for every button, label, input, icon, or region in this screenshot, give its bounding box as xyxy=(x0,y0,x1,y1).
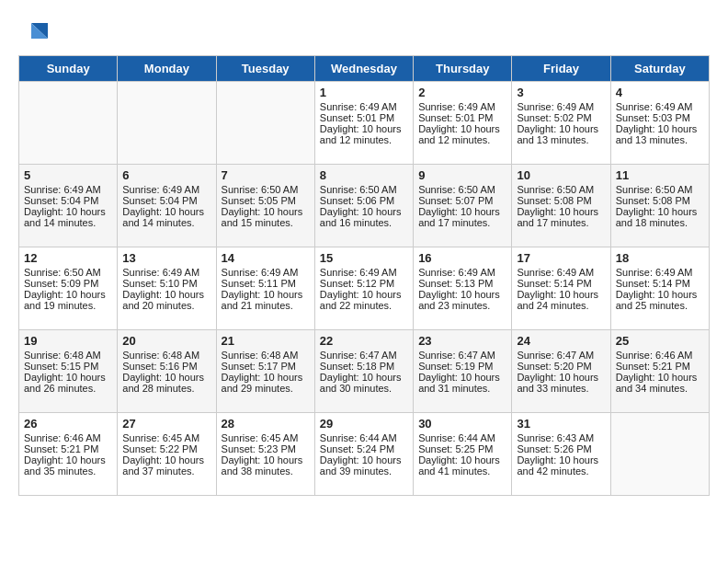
cell-content: Daylight: 10 hours xyxy=(122,206,210,217)
header-saturday: Saturday xyxy=(610,56,709,82)
cell-content: Daylight: 10 hours xyxy=(517,206,605,217)
day-number: 9 xyxy=(418,168,506,182)
cell-content: Sunset: 5:10 PM xyxy=(122,278,210,289)
cell-content: Sunset: 5:13 PM xyxy=(418,278,506,289)
cell-content: and 31 minutes. xyxy=(418,383,506,394)
cell-content: and 38 minutes. xyxy=(222,465,310,477)
day-number: 30 xyxy=(418,417,506,431)
cell-content: and 26 minutes. xyxy=(24,383,112,394)
cell-content: Sunrise: 6:49 AM xyxy=(616,267,704,278)
cell-content: Sunrise: 6:46 AM xyxy=(24,432,112,443)
cell-content: Sunset: 5:26 PM xyxy=(517,443,605,454)
cell-content: Daylight: 10 hours xyxy=(418,206,506,217)
cell-content: Sunset: 5:01 PM xyxy=(418,112,506,123)
cell-content: Sunset: 5:23 PM xyxy=(222,443,310,454)
cell-content: Sunset: 5:14 PM xyxy=(616,278,704,289)
cell-content: Sunrise: 6:49 AM xyxy=(24,184,112,195)
week-row-1: 5Sunrise: 6:49 AMSunset: 5:04 PMDaylight… xyxy=(19,165,710,247)
day-number: 12 xyxy=(24,251,112,265)
cell-content: Sunrise: 6:47 AM xyxy=(320,350,408,361)
cell-content: Sunset: 5:21 PM xyxy=(616,361,704,372)
cell-content: Sunrise: 6:50 AM xyxy=(517,184,605,195)
cell-content: Sunset: 5:07 PM xyxy=(418,195,506,206)
cell-content: and 14 minutes. xyxy=(24,217,112,228)
calendar-cell: 29Sunrise: 6:44 AMSunset: 5:24 PMDayligh… xyxy=(314,413,413,496)
day-number: 18 xyxy=(616,251,704,265)
cell-content: Sunset: 5:04 PM xyxy=(24,195,112,206)
day-number: 4 xyxy=(616,86,704,99)
cell-content: Sunset: 5:15 PM xyxy=(24,361,112,372)
cell-content: and 28 minutes. xyxy=(122,383,210,394)
calendar-table: SundayMondayTuesdayWednesdayThursdayFrid… xyxy=(18,55,710,496)
calendar-cell: 24Sunrise: 6:47 AMSunset: 5:20 PMDayligh… xyxy=(512,330,610,413)
cell-content: Sunset: 5:21 PM xyxy=(24,443,112,454)
cell-content: Daylight: 10 hours xyxy=(24,289,112,300)
cell-content: Sunset: 5:02 PM xyxy=(517,112,605,123)
day-number: 25 xyxy=(616,334,704,348)
cell-content: and 12 minutes. xyxy=(320,134,408,145)
week-row-3: 19Sunrise: 6:48 AMSunset: 5:15 PMDayligh… xyxy=(19,330,710,413)
cell-content: Daylight: 10 hours xyxy=(616,372,704,383)
cell-content: Daylight: 10 hours xyxy=(320,123,408,134)
calendar-cell: 26Sunrise: 6:46 AMSunset: 5:21 PMDayligh… xyxy=(19,413,118,496)
cell-content: Daylight: 10 hours xyxy=(24,206,112,217)
cell-content: Daylight: 10 hours xyxy=(418,454,506,465)
calendar-cell: 15Sunrise: 6:49 AMSunset: 5:12 PMDayligh… xyxy=(314,247,413,330)
cell-content: and 37 minutes. xyxy=(122,465,210,477)
cell-content: and 29 minutes. xyxy=(222,383,310,394)
calendar-cell: 8Sunrise: 6:50 AMSunset: 5:06 PMDaylight… xyxy=(314,165,413,247)
day-number: 21 xyxy=(222,334,310,348)
calendar-cell: 4Sunrise: 6:49 AMSunset: 5:03 PMDaylight… xyxy=(610,82,709,165)
cell-content: and 19 minutes. xyxy=(24,300,112,311)
cell-content: Sunset: 5:08 PM xyxy=(616,195,704,206)
calendar-cell: 11Sunrise: 6:50 AMSunset: 5:08 PMDayligh… xyxy=(610,165,709,247)
cell-content: and 30 minutes. xyxy=(320,383,408,394)
calendar-cell: 17Sunrise: 6:49 AMSunset: 5:14 PMDayligh… xyxy=(512,247,610,330)
cell-content: and 24 minutes. xyxy=(517,300,605,311)
cell-content: Sunset: 5:22 PM xyxy=(122,443,210,454)
day-number: 20 xyxy=(122,334,210,348)
cell-content: Sunset: 5:05 PM xyxy=(222,195,310,206)
cell-content: Daylight: 10 hours xyxy=(122,372,210,383)
day-number: 31 xyxy=(517,417,605,431)
cell-content: Daylight: 10 hours xyxy=(222,372,310,383)
cell-content: and 35 minutes. xyxy=(24,465,112,477)
cell-content: Sunrise: 6:49 AM xyxy=(122,184,210,195)
header-thursday: Thursday xyxy=(414,56,512,82)
day-number: 10 xyxy=(517,168,605,182)
cell-content: Sunrise: 6:44 AM xyxy=(418,432,506,443)
cell-content: Sunrise: 6:49 AM xyxy=(616,101,704,112)
cell-content: Daylight: 10 hours xyxy=(222,289,310,300)
calendar-cell: 28Sunrise: 6:45 AMSunset: 5:23 PMDayligh… xyxy=(216,413,314,496)
cell-content: Sunrise: 6:47 AM xyxy=(418,350,506,361)
cell-content: Sunrise: 6:49 AM xyxy=(418,101,506,112)
cell-content: Daylight: 10 hours xyxy=(418,372,506,383)
calendar-cell xyxy=(118,82,216,165)
cell-content: Sunrise: 6:49 AM xyxy=(418,267,506,278)
cell-content: and 16 minutes. xyxy=(320,217,408,228)
logo xyxy=(18,18,50,46)
cell-content: Daylight: 10 hours xyxy=(517,289,605,300)
day-number: 29 xyxy=(320,417,408,431)
cell-content: Sunrise: 6:49 AM xyxy=(320,101,408,112)
header-tuesday: Tuesday xyxy=(216,56,314,82)
cell-content: and 12 minutes. xyxy=(418,134,506,145)
day-number: 23 xyxy=(418,334,506,348)
cell-content: Sunset: 5:20 PM xyxy=(517,361,605,372)
cell-content: Sunset: 5:17 PM xyxy=(222,361,310,372)
cell-content: Sunset: 5:16 PM xyxy=(122,361,210,372)
calendar-cell: 1Sunrise: 6:49 AMSunset: 5:01 PMDaylight… xyxy=(314,82,413,165)
calendar-cell: 7Sunrise: 6:50 AMSunset: 5:05 PMDaylight… xyxy=(216,165,314,247)
cell-content: Sunrise: 6:48 AM xyxy=(222,350,310,361)
cell-content: Sunrise: 6:50 AM xyxy=(222,184,310,195)
header-wednesday: Wednesday xyxy=(314,56,413,82)
cell-content: and 21 minutes. xyxy=(222,300,310,311)
cell-content: Daylight: 10 hours xyxy=(24,454,112,465)
calendar-cell: 3Sunrise: 6:49 AMSunset: 5:02 PMDaylight… xyxy=(512,82,610,165)
cell-content: Sunrise: 6:50 AM xyxy=(616,184,704,195)
cell-content: Sunset: 5:11 PM xyxy=(222,278,310,289)
calendar-cell: 13Sunrise: 6:49 AMSunset: 5:10 PMDayligh… xyxy=(118,247,216,330)
cell-content: Daylight: 10 hours xyxy=(320,206,408,217)
cell-content: and 22 minutes. xyxy=(320,300,408,311)
header-sunday: Sunday xyxy=(19,56,118,82)
